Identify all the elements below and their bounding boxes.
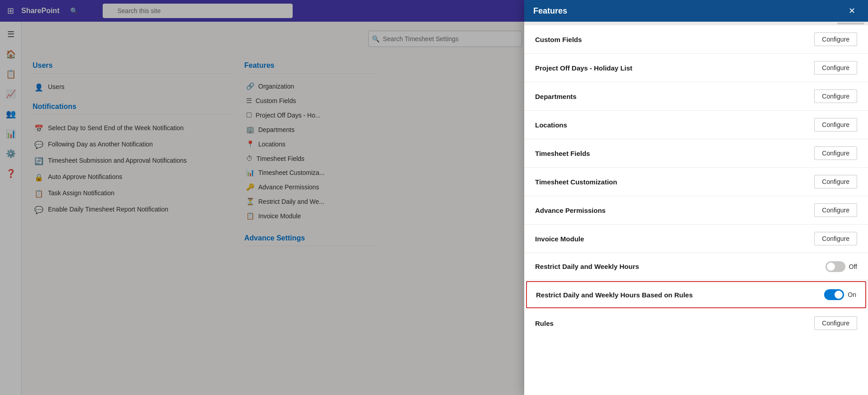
modal-close-button[interactable]: ✕ <box>845 4 859 18</box>
configure-button-invoice-module[interactable]: Configure <box>814 232 857 245</box>
modal-body: Custom Fields Configure Project Off Days… <box>524 25 868 395</box>
modal-row-restrict-daily-weekly: Restrict Daily and Weekly Hours Off <box>524 253 868 280</box>
configure-button-advance-permissions[interactable]: Configure <box>814 203 857 217</box>
toggle-restrict-rules[interactable] <box>824 289 844 300</box>
modal-row-label-project-off-days: Project Off Days - Holiday List <box>535 64 632 72</box>
modal-row-timesheet-fields: Timesheet Fields Configure <box>524 139 868 168</box>
modal-header: Features ✕ <box>524 0 868 22</box>
configure-button-rules[interactable]: Configure <box>814 316 857 330</box>
modal-row-label-advance-permissions: Advance Permissions <box>535 207 606 214</box>
modal-row-rules: Rules Configure <box>524 309 868 337</box>
modal-row-label-locations: Locations <box>535 121 567 129</box>
configure-button-timesheet-fields[interactable]: Configure <box>814 146 857 160</box>
modal-row-custom-fields: Custom Fields Configure <box>524 25 868 54</box>
modal-row-advance-permissions: Advance Permissions Configure <box>524 196 868 225</box>
toggle-restrict-daily-weekly[interactable] <box>825 261 845 272</box>
modal-row-label-custom-fields: Custom Fields <box>535 36 582 43</box>
toggle-thumb-restrict-daily-weekly <box>827 263 835 271</box>
scroll-indicator <box>524 22 868 25</box>
toggle-label-restrict-rules: On <box>848 291 856 298</box>
configure-button-timesheet-customization[interactable]: Configure <box>814 175 857 188</box>
modal-row-timesheet-customization: Timesheet Customization Configure <box>524 168 868 196</box>
modal-row-label-timesheet-fields: Timesheet Fields <box>535 150 590 157</box>
configure-button-departments[interactable]: Configure <box>814 89 857 103</box>
toggle-thumb-restrict-rules <box>835 291 843 299</box>
scroll-thumb <box>837 23 864 24</box>
modal-title: Features <box>533 6 845 16</box>
modal-row-departments: Departments Configure <box>524 82 868 111</box>
modal-row-project-off-days: Project Off Days - Holiday List Configur… <box>524 54 868 82</box>
modal-row-label-invoice-module: Invoice Module <box>535 235 584 243</box>
configure-button-locations[interactable]: Configure <box>814 118 857 132</box>
toggle-label-restrict-daily-weekly: Off <box>849 263 857 270</box>
modal-row-invoice-module: Invoice Module Configure <box>524 225 868 253</box>
modal-row-label-rules: Rules <box>535 320 554 327</box>
toggle-wrap-restrict-daily-weekly: Off <box>825 261 857 272</box>
modal-row-label-timesheet-customization: Timesheet Customization <box>535 178 617 186</box>
modal-row-label-restrict-rules: Restrict Daily and Weekly Hours Based on… <box>536 291 693 299</box>
modal-row-label-departments: Departments <box>535 93 577 100</box>
modal-row-locations: Locations Configure <box>524 111 868 139</box>
toggle-wrap-restrict-rules: On <box>824 289 856 300</box>
configure-button-custom-fields[interactable]: Configure <box>814 33 857 46</box>
modal-panel: Features ✕ Custom Fields Configure Proje… <box>524 0 868 395</box>
configure-button-project-off-days[interactable]: Configure <box>814 61 857 75</box>
modal-row-restrict-rules: Restrict Daily and Weekly Hours Based on… <box>526 281 866 308</box>
modal-row-label-restrict-daily-weekly: Restrict Daily and Weekly Hours <box>535 263 639 270</box>
